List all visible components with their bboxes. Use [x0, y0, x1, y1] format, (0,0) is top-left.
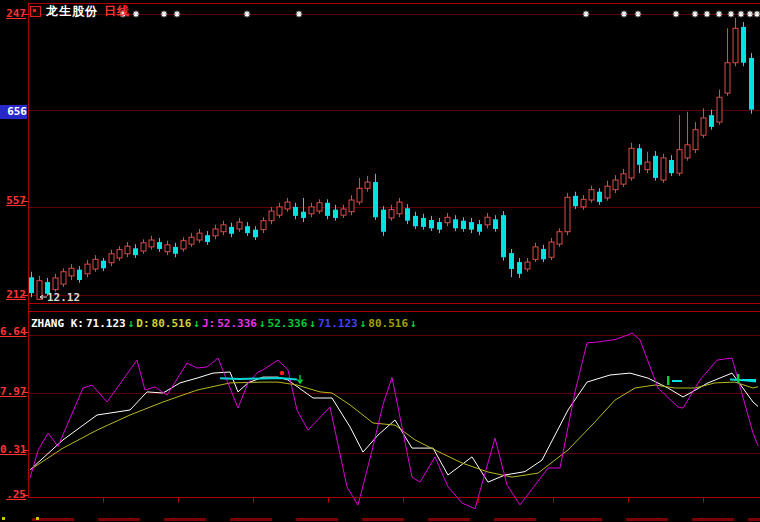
axis-tick-dash: [23, 14, 28, 15]
candle-body-up: [701, 118, 706, 135]
clipped-date-text-stub: [692, 518, 734, 521]
candle-body-up: [397, 202, 402, 214]
candle-body-up: [165, 245, 170, 252]
kdj-k-label: ZHANG K:: [31, 317, 84, 330]
candle-body-up: [445, 217, 450, 223]
kdj-j-label: J:: [202, 317, 215, 330]
candle-body-down: [669, 160, 674, 173]
bottom-left-dot: [2, 517, 5, 520]
clipped-date-text-stub: [626, 518, 668, 521]
stock-name-label: 龙生股份: [46, 3, 98, 20]
axis-tick-dash: [23, 332, 28, 333]
candle-body-up: [725, 63, 730, 93]
signal-star-icon: [635, 11, 641, 17]
clipped-date-text-stub: [164, 518, 206, 521]
signal-star-icon: [621, 11, 627, 17]
candle-body-down: [477, 224, 482, 232]
candle-body-up: [533, 247, 538, 259]
candle-body-down: [77, 270, 82, 280]
candle-body-down: [709, 115, 714, 127]
candle-body-down: [749, 58, 754, 110]
clipped-date-text-stub: [494, 518, 536, 521]
candle-body-up: [621, 174, 626, 184]
window-system-icon[interactable]: [30, 6, 41, 17]
candle-body-down: [173, 247, 178, 254]
candle-body-down: [405, 208, 410, 220]
candle-body-up: [549, 242, 554, 257]
candle-body-down: [453, 219, 458, 228]
indicator-header[interactable]: ZHANG K:71.123↓D:80.516↓J:52.336↓52.336↓…: [31, 317, 419, 330]
kdj-d-value: 80.516: [152, 317, 192, 330]
signal-star-icon: [133, 11, 139, 17]
signal-tick-marker: [667, 376, 669, 385]
down-arrow-icon: ↓: [259, 317, 266, 330]
current-price-tag: 656: [0, 105, 27, 119]
candle-body-up: [589, 190, 594, 200]
signal-tick-marker: [737, 374, 739, 383]
signal-star-icon: [716, 11, 722, 17]
candle-body-up: [525, 262, 530, 269]
kdj-value-5: 71.123: [318, 317, 358, 330]
signal-star-icon: [728, 11, 734, 17]
signal-star-icon: [673, 11, 679, 17]
candle-body-down: [597, 192, 602, 202]
candle-body-up: [357, 188, 362, 202]
signal-star-icon: [244, 11, 250, 17]
signal-star-icon: [161, 11, 167, 17]
candle-body-down: [517, 262, 522, 274]
signal-star-icon: [747, 11, 753, 17]
candle-body-up: [141, 243, 146, 251]
candle-body-up: [189, 237, 194, 244]
down-arrow-icon: ↓: [309, 317, 316, 330]
candle-body-up: [733, 28, 738, 62]
axis-tick-dash: [23, 450, 28, 451]
kdj-value-6: 80.516: [368, 317, 408, 330]
stock-app-window: 龙生股份 日线 2476565572126.647.970.31.25 12.1…: [0, 0, 760, 522]
candle-body-up: [485, 217, 490, 225]
candle-body-down: [501, 215, 506, 257]
signal-star-icon: [754, 11, 760, 17]
candle-body-down: [101, 261, 106, 269]
candle-body-up: [261, 221, 266, 230]
kdj-d-label: D:: [136, 317, 149, 330]
candle-body-up: [125, 246, 130, 254]
signal-star-icon: [692, 11, 698, 17]
candle-body-down: [653, 156, 658, 178]
candle-body-up: [117, 250, 122, 258]
kdj-line-d: [30, 382, 758, 477]
candle-body-up: [717, 97, 722, 122]
signal-down-arrow-icon: [298, 375, 303, 383]
candle-body-up: [221, 225, 226, 232]
candle-body-up: [277, 207, 282, 215]
axis-tick-dash: [23, 201, 28, 202]
candle-body-up: [661, 158, 666, 180]
low-price-annotation: 12.12: [47, 291, 80, 304]
down-arrow-icon: ↓: [193, 317, 200, 330]
candlestick-and-kdj-chart[interactable]: [0, 0, 760, 522]
candle-body-up: [93, 259, 98, 269]
candle-body-up: [341, 209, 346, 215]
candle-body-down: [205, 235, 210, 242]
candle-body-down: [293, 207, 298, 216]
candle-body-up: [581, 199, 586, 207]
candle-body-down: [469, 222, 474, 230]
candle-body-up: [365, 182, 370, 188]
clipped-date-text-stub: [428, 518, 470, 521]
clipped-date-text-stub: [296, 518, 338, 521]
signal-star-icon: [704, 11, 710, 17]
candle-body-down: [413, 216, 418, 226]
candle-body-up: [181, 241, 186, 249]
candle-body-down: [741, 27, 746, 63]
candle-body-up: [389, 210, 394, 218]
candle-body-up: [685, 145, 690, 158]
candle-body-down: [381, 210, 386, 232]
signal-dot-marker: [280, 371, 284, 375]
candle-body-up: [69, 268, 74, 276]
candle-body-up: [613, 180, 618, 190]
kdj-j-value: 52.336: [217, 317, 257, 330]
candle-body-up: [309, 207, 314, 214]
period-label[interactable]: 日线: [104, 3, 130, 20]
candle-body-down: [253, 230, 258, 238]
kdj-k-value: 71.123: [86, 317, 126, 330]
clipped-date-text-stub: [362, 518, 404, 521]
